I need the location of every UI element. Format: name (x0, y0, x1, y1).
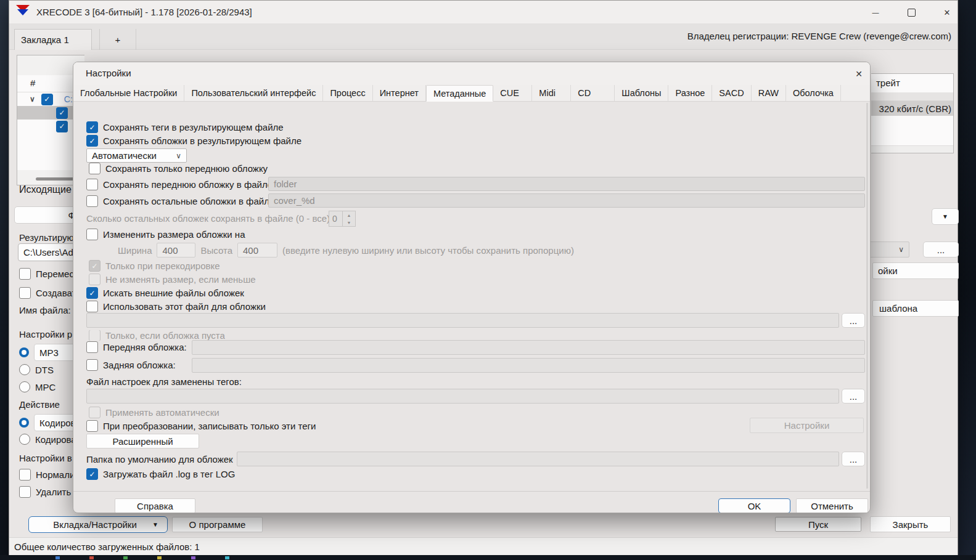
covers-count-spinner[interactable]: 0 ▲ ▼ (329, 211, 356, 227)
height-input[interactable]: 400 (237, 243, 277, 258)
checkbox[interactable] (19, 469, 31, 481)
expander-icon[interactable]: ∨ (30, 95, 35, 103)
other-file-input[interactable]: cover_%d (268, 193, 865, 208)
radio[interactable] (19, 434, 30, 445)
checkbox[interactable] (86, 179, 98, 190)
tab-shell[interactable]: Оболочка (786, 85, 841, 101)
no-resize-smaller-checkbox-row[interactable]: Не изменять размер, если меньше (89, 274, 256, 285)
checkbox[interactable] (86, 341, 98, 353)
about-button[interactable]: О программе (172, 517, 263, 532)
load-log-checkbox-row[interactable]: ✓ Загружать файл .log в тег LOG (86, 468, 235, 480)
close-app-button[interactable]: Закрыть (870, 516, 951, 532)
checkbox[interactable] (86, 420, 98, 432)
browse-cover-file-button[interactable]: ... (842, 313, 865, 328)
checkbox[interactable]: ✓ (86, 287, 98, 299)
front-file-input[interactable]: folder (268, 177, 865, 191)
checkbox[interactable] (19, 287, 31, 299)
browse-tag-file-button[interactable]: ... (842, 389, 865, 404)
browse-default-folder-button[interactable]: ... (842, 452, 865, 466)
use-file-checkbox-row[interactable]: Использовать этот файл для обложки (86, 301, 266, 312)
checkbox[interactable] (86, 359, 98, 371)
back-cover-checkbox-row[interactable]: Задняя обложка: (86, 359, 176, 371)
tag-file-input[interactable] (86, 389, 839, 404)
checkbox[interactable] (86, 301, 98, 312)
minimize-button[interactable]: — (861, 3, 890, 22)
remove-checkbox-row[interactable]: Удалить т (19, 486, 78, 498)
column-number[interactable]: # (30, 78, 35, 88)
create-checkbox-row[interactable]: Создават (19, 287, 76, 299)
bitrate-column-header[interactable]: трейт (876, 78, 900, 88)
tab-global[interactable]: Глобальные Настройки (73, 85, 184, 101)
close-button[interactable]: ✕ (933, 3, 961, 22)
radio[interactable] (19, 381, 30, 392)
tab-cue[interactable]: CUE (493, 85, 532, 101)
only-front-checkbox-row[interactable]: Сохранять только переднюю обложку (89, 163, 268, 174)
tab-cd[interactable]: CD (571, 85, 615, 101)
ok-button[interactable]: OK (718, 498, 790, 513)
resize-checkbox-row[interactable]: Измененить размера обложки на (86, 229, 245, 240)
normalize-checkbox-row[interactable]: Нормализ (19, 469, 79, 481)
move-checkbox-row[interactable]: Перемест (19, 268, 78, 280)
width-input[interactable]: 400 (157, 243, 195, 258)
front-cover-input[interactable] (192, 340, 865, 355)
checkbox[interactable]: ✓ (86, 135, 98, 147)
format-mpc-radio-row[interactable]: MPC (19, 381, 55, 392)
default-cover-folder-input[interactable] (237, 452, 839, 466)
encode2-radio-row[interactable]: Кодирова (19, 434, 76, 445)
tab-templates[interactable]: Шаблоны (615, 85, 668, 101)
front-file-checkbox-row[interactable]: Сохранять переднюю обложку в файле (86, 179, 273, 190)
new-tab-button[interactable]: + (99, 29, 136, 50)
tab-sacd[interactable]: SACD (712, 85, 751, 101)
checkbox[interactable]: ✓ (86, 468, 98, 480)
template-partial-button[interactable]: шаблона (872, 300, 959, 317)
tags-settings-button[interactable]: Настройки (750, 418, 864, 433)
help-button[interactable]: Справка (115, 498, 195, 513)
start-button[interactable]: Пуск (775, 517, 861, 532)
tab-ui[interactable]: Пользовательский интерфейс (184, 85, 323, 101)
checkbox[interactable] (86, 195, 98, 207)
only-if-empty-checkbox-row[interactable]: Только, если обложка пуста (89, 330, 225, 341)
right-combo[interactable]: ∨ (866, 241, 909, 258)
checkbox[interactable] (89, 163, 100, 174)
only-recode-checkbox-row[interactable]: ✓ Только при перекодировке (89, 260, 220, 272)
tab-process[interactable]: Процесс (323, 85, 372, 101)
other-file-checkbox-row[interactable]: Сохранять остальные обложки в файле: (86, 195, 277, 207)
settings-partial-button[interactable]: ойки (872, 262, 959, 279)
tab-internet[interactable]: Интернет (373, 85, 426, 101)
checkbox[interactable] (86, 229, 98, 240)
advanced-button[interactable]: Расширенный (86, 434, 199, 448)
tab-metadata[interactable]: Метаданные (426, 85, 493, 102)
front-cover-checkbox-row[interactable]: Передняя обложка: (86, 341, 187, 353)
tab-misc[interactable]: Разное (668, 85, 712, 101)
tab-settings-button[interactable]: Вкладка/Настройки ▼ (28, 516, 168, 533)
tab-raw[interactable]: RAW (752, 85, 786, 101)
maximize-button[interactable] (897, 3, 925, 22)
preset-dropdown-button[interactable]: ▼ (932, 208, 959, 225)
checkbox[interactable]: ✓ (86, 121, 98, 133)
radio[interactable] (19, 347, 29, 357)
format-dts-radio-row[interactable]: DTS (19, 364, 54, 375)
cover-file-input[interactable] (86, 313, 839, 328)
browse-right-button[interactable]: ... (923, 241, 959, 258)
row-checkbox[interactable]: ✓ (56, 121, 68, 132)
row-checkbox[interactable]: ✓ (41, 94, 53, 105)
row-checkbox[interactable]: ✓ (56, 107, 68, 119)
radio[interactable] (19, 364, 30, 375)
cover-mode-select[interactable]: Автоматически ∨ (86, 148, 187, 163)
dialog-close-button[interactable]: ✕ (849, 65, 869, 83)
search-external-checkbox-row[interactable]: ✓ Искать внешние файлы обложек (86, 287, 244, 299)
apply-auto-checkbox-row[interactable]: Применять автоматически (89, 407, 219, 418)
back-cover-input[interactable] (192, 358, 865, 373)
save-tags-checkbox-row[interactable]: ✓ Сохранять теги в результирующем файле (86, 121, 284, 133)
radio[interactable] (19, 418, 29, 428)
spinner-down-icon[interactable]: ▼ (343, 219, 355, 226)
spinner-up-icon[interactable]: ▲ (343, 211, 355, 219)
cancel-button[interactable]: Отменить (796, 498, 868, 513)
checkbox[interactable] (19, 486, 31, 498)
tab-midi[interactable]: Midi (532, 85, 571, 101)
workspace-tab[interactable]: Закладка 1 (14, 29, 92, 50)
dialog-content-scrollbar[interactable] (866, 103, 868, 489)
save-covers-checkbox-row[interactable]: ✓ Сохранять обложки в результирующем фай… (86, 135, 301, 147)
write-only-tags-checkbox-row[interactable]: При преобразовании, записывать только эт… (86, 420, 316, 432)
bitrate-selected-row[interactable]: 320 кбит/с (CBR) (871, 101, 954, 116)
